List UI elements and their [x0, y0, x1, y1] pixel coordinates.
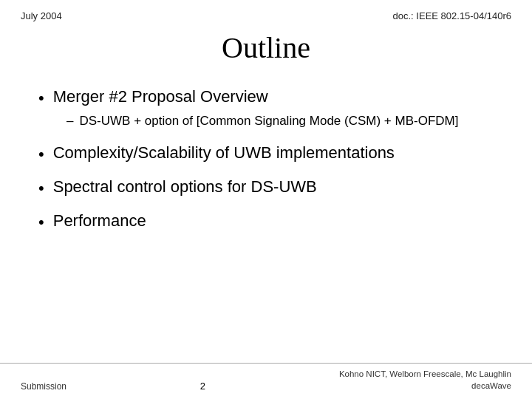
bullet-item-3: • Spectral control options for DS-UWB [38, 177, 494, 198]
sub-dash-1: – [66, 112, 73, 130]
header-bar: July 2004 doc.: IEEE 802.15-04/140r6 [0, 0, 532, 24]
bullet-main-4: • Performance [38, 211, 494, 232]
footer-bar: Submission 2 Kohno NICT, Welborn Freesca… [0, 363, 532, 399]
bullet-main-2: • Complexity/Scalability of UWB implemen… [38, 143, 494, 164]
header-date: July 2004 [21, 10, 62, 21]
bullet-item-4: • Performance [38, 211, 494, 232]
bullet-sub-1: – DS-UWB + option of [Common Signaling M… [66, 112, 494, 130]
slide: July 2004 doc.: IEEE 802.15-04/140r6 Out… [0, 0, 532, 399]
bullet-dot-4: • [38, 213, 44, 232]
sub-text-1: DS-UWB + option of [Common Signaling Mod… [79, 112, 458, 130]
bullet-dot-1: • [38, 89, 44, 108]
bullet-main-3: • Spectral control options for DS-UWB [38, 177, 494, 198]
bullet-sub-item-1: – DS-UWB + option of [Common Signaling M… [66, 112, 494, 130]
bullet-item-1: • Merger #2 Proposal Overview – DS-UWB +… [38, 87, 494, 130]
footer-page-number: 2 [200, 381, 205, 392]
slide-title: Outline [0, 30, 532, 65]
content-area: • Merger #2 Proposal Overview – DS-UWB +… [0, 87, 532, 232]
bullet-dot-2: • [38, 145, 44, 164]
footer-submission: Submission [21, 381, 66, 392]
bullet-item-2: • Complexity/Scalability of UWB implemen… [38, 143, 494, 164]
bullet-dot-3: • [38, 179, 44, 198]
bullet-text-3: Spectral control options for DS-UWB [53, 177, 317, 197]
footer-authors: Kohno NICT, Welborn Freescale, Mc Laughl… [339, 368, 511, 392]
bullet-text-4: Performance [53, 211, 146, 231]
bullet-text-2: Complexity/Scalability of UWB implementa… [53, 143, 395, 163]
header-doc: doc.: IEEE 802.15-04/140r6 [393, 10, 511, 21]
bullet-main-1: • Merger #2 Proposal Overview [38, 87, 494, 108]
bullet-text-1: Merger #2 Proposal Overview [53, 87, 268, 106]
